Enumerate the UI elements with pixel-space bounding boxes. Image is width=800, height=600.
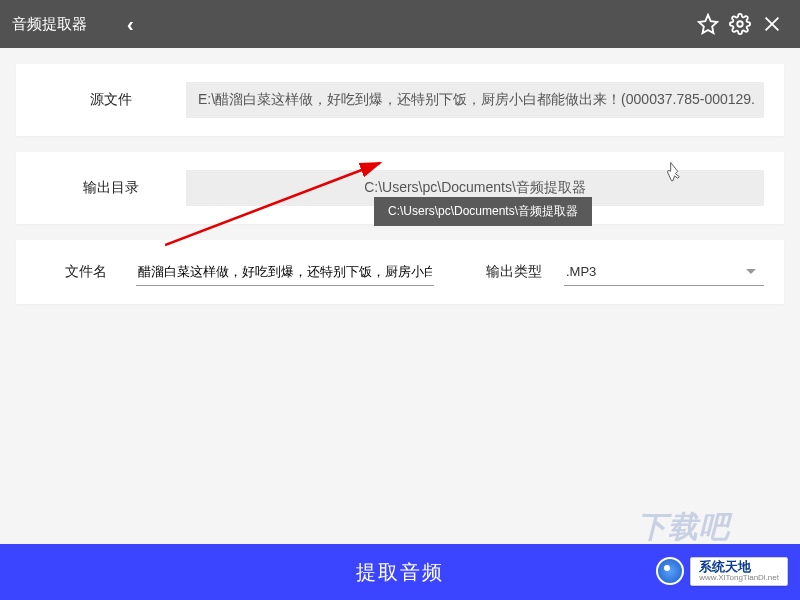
svg-point-0 xyxy=(737,21,743,27)
back-button[interactable]: ‹ xyxy=(127,14,134,34)
title-bar: 音频提取器 ‹ xyxy=(0,0,800,48)
source-file-field[interactable]: E:\醋溜白菜这样做，好吃到爆，还特别下饭，厨房小白都能做出来！(000037.… xyxy=(186,82,764,118)
chevron-down-icon xyxy=(746,269,756,274)
output-type-label: 输出类型 xyxy=(464,263,564,281)
output-dir-label: 输出目录 xyxy=(36,179,186,197)
app-title: 音频提取器 xyxy=(12,15,87,34)
close-icon[interactable] xyxy=(756,8,788,40)
background-watermark: 下载吧 xyxy=(637,507,730,548)
favorite-icon[interactable] xyxy=(692,8,724,40)
output-dir-tooltip: C:\Users\pc\Documents\音频提取器 xyxy=(374,197,592,226)
extract-audio-button[interactable]: 提取音频 xyxy=(0,544,800,600)
output-type-value: .MP3 xyxy=(566,264,746,279)
filename-label: 文件名 xyxy=(36,263,136,281)
output-type-dropdown[interactable]: .MP3 xyxy=(564,258,764,286)
settings-icon[interactable] xyxy=(724,8,756,40)
source-file-panel: 源文件 E:\醋溜白菜这样做，好吃到爆，还特别下饭，厨房小白都能做出来！(000… xyxy=(16,64,784,136)
filename-panel: 文件名 输出类型 .MP3 xyxy=(16,240,784,304)
source-file-label: 源文件 xyxy=(36,91,186,109)
filename-input[interactable] xyxy=(136,258,434,286)
